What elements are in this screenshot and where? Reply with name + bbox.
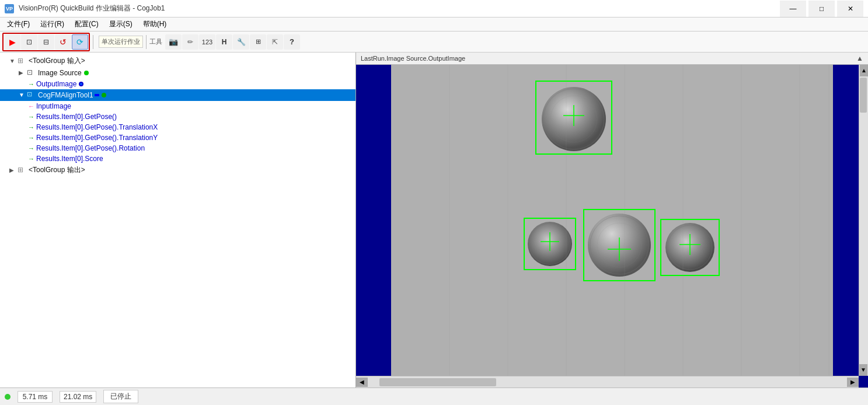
camera-tool-button[interactable]: 📷 [165,34,182,50]
scroll-down-btn[interactable]: ▼ [859,364,867,376]
tool-wrench-button[interactable]: 🔧 [233,34,249,50]
number-icon: 123 [202,39,212,46]
image-background [391,65,833,387]
close-button[interactable]: ✕ [837,1,863,17]
menu-file[interactable]: 文件(F) [2,18,34,30]
results-score-label: Results.Item[0].Score [36,155,103,163]
image-path-label: LastRun.Image Source.OutputImage [361,55,465,62]
cogfm-node-icon: ⊡ [27,90,36,100]
maximize-button[interactable]: □ [808,1,835,17]
expand-cogfm-icon: ▼ [19,92,26,99]
scrollbar-horizontal[interactable]: ◀ ▶ [356,376,859,387]
results-arrow-icon-3: → [28,134,35,141]
tree-item-input-image[interactable]: ← InputImage [0,101,355,111]
tree-item-toolgroup-output[interactable]: ▶ ⊞ <ToolGroup 输出> [0,164,355,176]
toolbar-separator-1 [93,35,93,49]
tree-item-results-score[interactable]: → Results.Item[0].Score [0,153,355,164]
camera-icon: 📷 [169,37,178,46]
output-image-dot [79,82,83,86]
collapse-icon: ▼ [9,58,16,65]
results-rotation-label: Results.Item[0].GetPose().Rotation [36,144,145,152]
tools-label: 工具 [149,37,162,46]
toolgroup-output-label: <ToolGroup 输出> [29,165,85,175]
scroll-up-icon[interactable]: ▲ [856,54,863,62]
scroll-thumb-h[interactable] [379,378,496,386]
output-image-label: OutputImage [36,80,76,88]
minimize-button[interactable]: — [780,1,806,17]
scroll-right-btn[interactable]: ▶ [847,378,859,387]
tree-item-toolgroup-input[interactable]: ▼ ⊞ <ToolGroup 输入> [0,55,355,67]
status-time2: 21.02 ms [60,391,96,403]
tree-item-cogfmaligntool1[interactable]: ▼ ⊡ CogFMAlignTool1 [0,89,355,101]
tree-item-results-translationy[interactable]: → Results.Item[0].GetPose().TranslationY [0,132,355,143]
status-bar: 5.71 ms 21.02 ms 已停止 [0,387,868,405]
scroll-thumb-v[interactable] [860,78,867,113]
results-arrow-icon-2: → [28,124,35,131]
image-viewer[interactable]: ▲ ▼ ◀ ▶ [356,65,868,387]
menu-run[interactable]: 运行(R) [36,18,69,30]
tool-grid-button[interactable]: ⊞ [250,34,266,50]
image-source-status-dot [84,71,89,75]
scroll-up-btn[interactable]: ▲ [860,65,868,76]
edit-icon: ✏ [187,38,193,46]
tree-item-output-image[interactable]: → OutputImage [0,79,355,89]
app-icon: VP [5,4,14,13]
reset-button[interactable]: ↺ [55,34,71,50]
selected-border-indicator [95,94,99,96]
menu-config[interactable]: 配置(C) [70,18,103,30]
results-translationy-label: Results.Item[0].GetPose().TranslationY [36,134,158,142]
results-arrow-icon-4: → [28,145,35,152]
scroll-left-btn[interactable]: ◀ [356,378,368,387]
menu-display[interactable]: 显示(S) [104,18,137,30]
toolbar: ▶ ⊡ ⊟ ↺ ⟳ 单次运行作业 工具 📷 ✏ 123 [0,32,868,53]
input-image-label: InputImage [36,102,71,110]
tree-item-results-getpose[interactable]: → Results.Item[0].GetPose() [0,111,355,122]
image-source-label: Image Source [38,69,82,77]
tool-edit-button[interactable]: ✏ [182,34,198,50]
main-layout: ▼ ⊞ <ToolGroup 输入> ▶ ⊡ Image Source → Ou… [0,53,868,387]
results-arrow-icon-5: → [28,155,35,162]
output-arrow-icon: → [28,81,35,88]
help-icon: ? [290,37,294,46]
resize-icon: ⇱ [272,38,278,46]
toolbar-separator-2 [146,35,147,49]
grid-icon: ⊞ [256,38,261,46]
window-controls: — □ ✕ [780,1,863,17]
play-icon: ▶ [9,37,16,47]
tree-container: ▼ ⊞ <ToolGroup 输入> ▶ ⊡ Image Source → Ou… [0,53,355,179]
cogfmaligntool1-label: CogFMAlignTool1 [38,91,93,99]
cycle-button[interactable]: ⟳ [72,34,88,50]
expand-image-source-icon: ▶ [19,69,26,76]
tool-number-button[interactable]: 123 [199,34,215,50]
toolgroup-output-icon: ⊞ [18,166,27,175]
tree-item-image-source[interactable]: ▶ ⊡ Image Source [0,67,355,79]
title-bar: VP VisionPro(R) QuickBuild 作业编辑器 - CogJo… [0,0,868,18]
toolgroup-icon: ⊞ [18,57,27,66]
image-svg [391,65,833,387]
wrench-icon: 🔧 [237,38,246,46]
results-getpose-label: Results.Item[0].GetPose() [36,113,117,121]
window-title: VisionPro(R) QuickBuild 作业编辑器 - CogJob1 [19,4,165,13]
tool-help-button[interactable]: ? [284,34,300,50]
image-source-node-icon: ⊡ [27,68,36,78]
tool-h-button[interactable]: H [216,34,232,50]
tree-item-results-translationx[interactable]: → Results.Item[0].GetPose().TranslationX [0,122,355,132]
status-time1: 5.71 ms [18,391,53,403]
results-arrow-icon-1: → [28,113,35,120]
cycle-icon: ⟳ [76,37,83,47]
step-once-button[interactable]: ⊡ [21,34,37,50]
tools-group: 工具 📷 ✏ 123 H 🔧 ⊞ ⇱ ? [149,34,300,50]
scrollbar-vertical[interactable]: ▲ ▼ [859,65,868,376]
title-bar-left: VP VisionPro(R) QuickBuild 作业编辑器 - CogJo… [5,4,165,13]
toolgroup-input-label: <ToolGroup 输入> [29,56,85,66]
menu-help[interactable]: 帮助(H) [138,18,172,30]
tree-item-results-rotation[interactable]: → Results.Item[0].GetPose().Rotation [0,143,355,153]
tool-resize-button[interactable]: ⇱ [267,34,283,50]
results-translationx-label: Results.Item[0].GetPose().TranslationX [36,123,158,131]
dark-left-bar [356,65,391,387]
step-small-button[interactable]: ⊟ [38,34,54,50]
run-button[interactable]: ▶ [4,34,20,50]
run-toolbar-group: ▶ ⊡ ⊟ ↺ ⟳ [2,33,90,51]
toolbar-tooltip-label: 单次运行作业 [99,36,143,48]
reset-icon: ↺ [60,37,67,47]
